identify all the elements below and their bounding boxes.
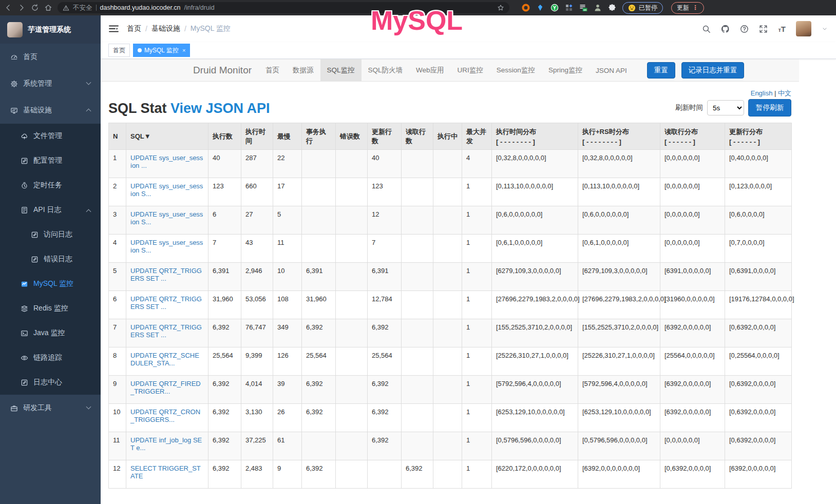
sql-link[interactable]: UPDATE QRTZ_TRIGGERS SET ... bbox=[130, 295, 202, 311]
help-icon[interactable] bbox=[740, 25, 749, 33]
extension-grid-icon[interactable] bbox=[565, 4, 573, 12]
forward-icon[interactable] bbox=[17, 4, 26, 12]
sql-link[interactable]: UPDATE sys_user_session ... bbox=[130, 154, 203, 169]
paused-badge[interactable]: 已暂停 bbox=[622, 2, 663, 14]
cell bbox=[336, 347, 368, 376]
sql-link[interactable]: UPDATE sys_user_session S... bbox=[130, 182, 203, 198]
lang-chinese-link[interactable]: 中文 bbox=[778, 89, 791, 97]
table-header-读取行数[interactable]: 读取行数 bbox=[402, 123, 433, 150]
tag-close-icon[interactable]: × bbox=[182, 47, 185, 53]
browser-menu-icon[interactable]: ⋮ bbox=[692, 4, 698, 11]
cell bbox=[402, 432, 433, 460]
lang-english-link[interactable]: English bbox=[751, 89, 773, 97]
extension-y-circle-icon[interactable] bbox=[550, 4, 559, 12]
github-icon[interactable] bbox=[721, 25, 730, 33]
extension-person-icon[interactable] bbox=[594, 4, 602, 12]
druid-nav-json-api[interactable]: JSON API bbox=[589, 59, 634, 82]
cell: [6392,0,0,0,0,0] bbox=[660, 319, 725, 347]
sidebar-item-配置管理[interactable]: 配置管理 bbox=[0, 148, 101, 173]
reset-button[interactable]: 重置 bbox=[647, 62, 675, 79]
extension-ring-icon[interactable] bbox=[522, 4, 530, 12]
table-header-更新行分布[interactable]: 更新行分布[ - - - - - - ] bbox=[725, 123, 792, 150]
caret-down-icon[interactable] bbox=[822, 26, 828, 32]
sidebar-item-定时任务[interactable]: 定时任务 bbox=[0, 173, 101, 198]
sidebar-item-基础设施[interactable]: 基础设施 bbox=[0, 97, 101, 124]
table-header-更新行数[interactable]: 更新行数 bbox=[368, 123, 402, 150]
sql-link[interactable]: UPDATE inf_job_log SET e... bbox=[130, 436, 202, 452]
sidebar-item-mysql-监控[interactable]: MySQL 监控 bbox=[0, 272, 101, 296]
sql-link[interactable]: UPDATE QRTZ_TRIGGERS SET ... bbox=[130, 267, 202, 282]
breadcrumb-item-首页[interactable]: 首页 bbox=[127, 24, 141, 33]
cell bbox=[336, 404, 368, 432]
sidebar-item-访问日志[interactable]: 访问日志 bbox=[0, 222, 101, 247]
back-icon[interactable] bbox=[4, 4, 12, 12]
sql-link[interactable]: UPDATE QRTZ_SCHEDULER_STA... bbox=[130, 352, 199, 367]
druid-brand[interactable]: Druid Monitor bbox=[186, 65, 259, 76]
extensions-puzzle-icon[interactable] bbox=[608, 4, 616, 12]
update-button[interactable]: 更新 ⋮ bbox=[671, 2, 704, 14]
sidebar-item-系统管理[interactable]: 系统管理 bbox=[0, 70, 101, 97]
home-icon[interactable] bbox=[44, 4, 52, 12]
druid-nav-sql防火墙[interactable]: SQL防火墙 bbox=[362, 59, 410, 82]
search-icon[interactable] bbox=[702, 25, 711, 33]
log-reset-button[interactable]: 记录日志并重置 bbox=[681, 62, 745, 79]
sql-link[interactable]: UPDATE sys_user_session S... bbox=[130, 210, 203, 226]
sidebar-item-日志中心[interactable]: 日志中心 bbox=[0, 370, 101, 395]
druid-nav-首页[interactable]: 首页 bbox=[259, 59, 286, 82]
cell bbox=[402, 150, 433, 178]
table-header-sql[interactable]: SQL▼ bbox=[126, 123, 208, 150]
table-header-读取行分布[interactable]: 读取行分布[ - - - - - - ] bbox=[660, 123, 725, 150]
sql-link[interactable]: UPDATE QRTZ_CRON_TRIGGERS... bbox=[130, 408, 200, 423]
druid-nav-session监控[interactable]: Session监控 bbox=[490, 59, 542, 82]
druid-nav-uri监控[interactable]: URI监控 bbox=[451, 59, 490, 82]
table-header-执行数[interactable]: 执行数 bbox=[208, 123, 241, 150]
timer-icon bbox=[21, 182, 28, 189]
sql-link[interactable]: UPDATE QRTZ_TRIGGERS SET ... bbox=[130, 323, 202, 339]
sidebar-item-api-日志[interactable]: API 日志 bbox=[0, 198, 101, 222]
table-header-执行-rs时分布[interactable]: 执行+RS时分布[ - - - - - - - - ] bbox=[578, 123, 660, 150]
druid-nav-sql监控[interactable]: SQL监控 bbox=[320, 59, 362, 82]
header-label: 执行数 bbox=[213, 132, 237, 141]
table-header-n[interactable]: N bbox=[109, 123, 126, 150]
view-json-api-link[interactable]: View JSON API bbox=[170, 101, 270, 116]
sql-link[interactable]: UPDATE sys_user_session S... bbox=[130, 239, 203, 254]
fullscreen-icon[interactable] bbox=[759, 25, 768, 33]
sidebar-item-文件管理[interactable]: 文件管理 bbox=[0, 124, 101, 148]
druid-nav-web应用[interactable]: Web应用 bbox=[409, 59, 451, 82]
header-label: 读取行分布 bbox=[664, 127, 720, 137]
refresh-select[interactable]: 5s bbox=[707, 100, 744, 115]
table-header-最慢[interactable]: 最慢 bbox=[273, 123, 302, 150]
sidebar-item-链路追踪[interactable]: 链路追踪 bbox=[0, 345, 101, 370]
sidebar-item-错误日志[interactable]: 错误日志 bbox=[0, 247, 101, 272]
table-header-事务执行[interactable]: 事务执行 bbox=[302, 123, 336, 150]
table-header-最大并发[interactable]: 最大并发 bbox=[462, 123, 492, 150]
extension-gem-icon[interactable] bbox=[536, 4, 544, 12]
druid-nav-spring监控[interactable]: Spring监控 bbox=[542, 59, 589, 82]
sidebar-item-首页[interactable]: 首页 bbox=[0, 44, 101, 70]
reload-icon[interactable] bbox=[31, 4, 39, 12]
pause-refresh-button[interactable]: 暂停刷新 bbox=[748, 99, 791, 117]
table-header-执行时间[interactable]: 执行时间 bbox=[241, 123, 273, 150]
cell: 6,392 bbox=[368, 319, 402, 347]
sidebar-item-研发工具[interactable]: 研发工具 bbox=[0, 395, 101, 421]
table-header-错误数[interactable]: 错误数 bbox=[336, 123, 368, 150]
user-avatar[interactable] bbox=[796, 21, 811, 36]
extension-list-on-icon[interactable]: on bbox=[579, 4, 587, 12]
textsize-icon[interactable]: тT bbox=[778, 25, 786, 33]
table-row: 5UPDATE QRTZ_TRIGGERS SET ...6,3912,9461… bbox=[109, 263, 792, 291]
bookmark-star-icon[interactable] bbox=[497, 4, 504, 11]
sidebar-item-java-监控[interactable]: Java 监控 bbox=[0, 321, 101, 345]
hamburger-icon[interactable] bbox=[109, 25, 119, 33]
row-index: 10 bbox=[109, 404, 126, 432]
sidebar-item-redis-监控[interactable]: Redis 监控 bbox=[0, 296, 101, 321]
tag-首页[interactable]: 首页 bbox=[108, 44, 130, 57]
druid-nav-数据源[interactable]: 数据源 bbox=[286, 59, 320, 82]
sql-link[interactable]: UPDATE QRTZ_FIRED_TRIGGER... bbox=[130, 380, 201, 395]
header-label: 执行中 bbox=[438, 132, 458, 141]
tag-mysql-监控[interactable]: MySQL 监控× bbox=[133, 44, 190, 57]
sql-link[interactable]: SELECT TRIGGER_STATE bbox=[130, 464, 201, 480]
cell: [0,5796,596,0,0,0,0,0] bbox=[492, 432, 578, 460]
table-header-执行时间分布[interactable]: 执行时间分布[ - - - - - - - - ] bbox=[492, 123, 578, 150]
table-header-执行中[interactable]: 执行中 bbox=[433, 123, 462, 150]
breadcrumb-item-基础设施[interactable]: 基础设施 bbox=[151, 24, 180, 33]
